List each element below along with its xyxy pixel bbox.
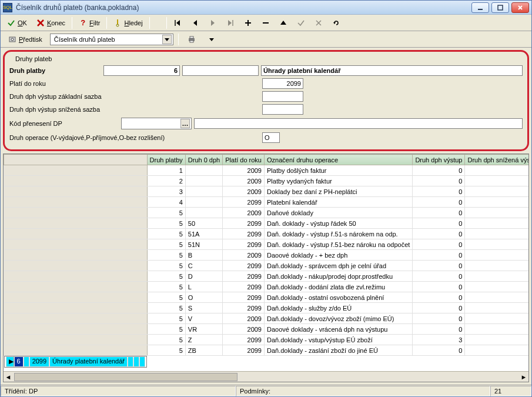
cell-oznaceni[interactable]: Doklady bez daní z PH-neplátci [265,186,413,197]
cell-druh-0-dph[interactable]: VR [185,324,222,335]
cell-dph-snizena[interactable] [465,261,528,271]
cell-druh-platby[interactable]: 5 [147,208,185,218]
cell-plati-do-roku[interactable]: 2099 [223,335,265,345]
cell-dph-snizena[interactable] [465,197,528,208]
cell-plati-do-roku[interactable]: 2099 [223,292,265,303]
close-button[interactable] [511,2,529,13]
cell-oznaceni[interactable]: Daň. doklady - výstup řádek 50 [265,218,413,229]
cell-druh-platby[interactable]: 1 [147,165,185,176]
cell-oznaceni[interactable]: Úhrady platební kalendář [49,356,128,367]
table-row[interactable]: 5502099Daň. doklady - výstup řádek 500 [4,218,529,229]
ok-button[interactable]: OOKK [3,16,31,29]
cell-plati-do-roku[interactable]: 2099 [223,197,265,208]
table-row[interactable]: ▶62099Úhrady platební kalendář [4,356,148,368]
cell-druh-platby[interactable]: 5 [147,324,185,335]
cell-oznaceni[interactable]: Daň. doklady - výstup ř.51-s nárokem na … [265,229,413,239]
cell-druh-0-dph[interactable]: V [185,313,222,324]
predtisk-button[interactable]: Předtisk [4,33,46,46]
table-row[interactable]: 42099Platební kalendář0 [4,197,529,208]
cell-dph-snizena[interactable] [465,208,528,218]
data-grid[interactable]: Druh platby Druh 0 dph Platí do roku Ozn… [4,154,528,368]
cell-dph-vystup[interactable]: 0 [413,313,465,324]
cell-druh-0-dph[interactable]: O [185,292,222,303]
remove-button[interactable] [257,16,274,29]
cell-dph-snizena[interactable] [133,356,139,367]
cell-oznaceni[interactable]: Daň.doklady - zaslání zboží do jiné EÚ [265,345,413,356]
cell-oznaceni[interactable]: Daňové doklady [265,208,413,218]
cell-druh-0-dph[interactable]: L [185,282,222,292]
cell-dph-vystup[interactable]: 0 [413,176,465,186]
cell-druh-platby[interactable]: 6 [14,356,24,367]
cell-druh-platby[interactable]: 5 [147,345,185,356]
cell-dph-snizena[interactable] [465,218,528,229]
kod-preneseni-desc-input[interactable] [194,118,523,129]
cell-druh-platby[interactable]: 3 [147,186,185,197]
cell-druh-platby[interactable]: 5 [147,261,185,271]
cell-dph-vystup[interactable] [128,356,133,367]
cell-plati-do-roku[interactable]: 2099 [223,282,265,292]
cell-dph-snizena[interactable] [465,186,528,197]
cell-dph-vystup[interactable]: 0 [413,250,465,261]
cell-dph-vystup[interactable]: 0 [413,229,465,239]
cell-dph-snizena[interactable] [465,250,528,261]
table-row[interactable]: 5VR2009Daoové doklady - vrácená dph na v… [4,324,529,335]
cell-druh-0-dph[interactable]: Z [185,335,222,345]
cell-plati-do-roku[interactable]: 2099 [223,261,265,271]
cell-dph-vystup[interactable]: 0 [413,239,465,250]
table-row[interactable]: 5ZB2099Daň.doklady - zaslání zboží do ji… [4,345,529,356]
filtr-button[interactable]: ? Filtr [75,16,104,29]
cell-plati-do-roku[interactable]: 2099 [29,356,49,367]
cell-oznaceni[interactable]: Daň.doklady - služby z/do EÚ [265,303,413,313]
nav-first-button[interactable] [169,16,186,29]
cell-oznaceni[interactable]: Daň.doklady - ostatní osvobozená plnění [265,292,413,303]
cell-oznaceni[interactable]: Platební kalendář [265,197,413,208]
cell-druh-0-dph[interactable] [185,197,222,208]
col-druh-0-dph[interactable]: Druh 0 dph [185,155,222,165]
table-row[interactable]: 551N2099Daň. doklady - výstup ř.51-bez n… [4,239,529,250]
cell-druh-0-dph[interactable]: 51N [185,239,222,250]
kod-preneseni-combo[interactable]: … [121,118,192,129]
cell-dph-snizena[interactable] [465,303,528,313]
cell-druh-platby[interactable]: 5 [147,292,185,303]
refresh-button[interactable] [328,16,344,29]
maximize-button[interactable] [491,2,509,13]
predtisk-combo[interactable]: Číselník druhů plateb [50,34,173,45]
cell-dph-snizena[interactable] [465,282,528,292]
col-druh-platby[interactable]: Druh platby [147,155,185,165]
cell-oznaceni[interactable]: Daň.doklady - dovoz/vývoz zboží (mimo EÚ… [265,313,413,324]
horizontal-scrollbar[interactable]: ◄ ► [4,371,528,382]
cell-druh-0-dph[interactable]: D [185,271,222,282]
cell-plati-do-roku[interactable]: 2009 [223,186,265,197]
cell-plati-do-roku[interactable]: 2009 [223,176,265,186]
col-dph-snizena[interactable]: Druh dph snížená výstup [465,155,528,165]
cell-druh-platby[interactable]: 5 [147,282,185,292]
cell-dph-vystup[interactable]: 0 [413,303,465,313]
cell-dph-snizena[interactable] [465,292,528,303]
cell-dph-vystup[interactable]: 3 [413,335,465,345]
cell-druh-0-dph[interactable]: C [185,261,222,271]
table-row[interactable]: 12009Platby došlých faktur0 [4,165,529,176]
cell-druh-platby[interactable]: 5 [147,250,185,261]
print-button[interactable] [183,33,200,46]
cell-dph-vystup[interactable]: 0 [413,186,465,197]
cell-dph-vystup[interactable]: 0 [413,197,465,208]
minimize-button[interactable] [471,2,489,13]
cell-plati-do-roku[interactable]: 2099 [223,218,265,229]
cell-druh-0-dph[interactable]: 51A [185,229,222,239]
cell-druh-platby[interactable]: 5 [147,335,185,345]
cell-druh-0-dph[interactable] [24,356,29,367]
cell-dph-vystup[interactable]: 0 [413,345,465,356]
cell-druh-platby[interactable]: 2 [147,176,185,186]
table-row[interactable]: 52009Daňové doklady0 [4,208,529,218]
add-button[interactable] [240,16,256,29]
cell-druh-0-dph[interactable]: 50 [185,218,222,229]
cell-plati-do-roku[interactable]: 2009 [223,208,265,218]
nav-next-button[interactable] [205,16,221,29]
dph-snizena-input[interactable] [262,104,303,115]
cell-dph-vystup[interactable]: 0 [413,271,465,282]
cell-dph-snizena[interactable] [465,176,528,186]
cell-plati-do-roku[interactable]: 2009 [223,324,265,335]
cell-oznaceni[interactable]: Platby došlých faktur [265,165,413,176]
col-dph-vystup[interactable]: Druh dph výstup [413,155,465,165]
table-row[interactable]: 551A2099Daň. doklady - výstup ř.51-s nár… [4,229,529,239]
